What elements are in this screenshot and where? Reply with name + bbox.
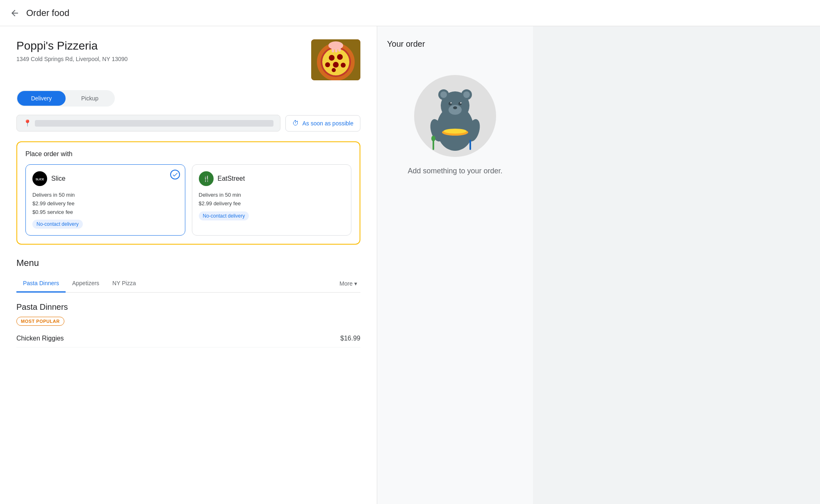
svg-rect-14 <box>338 44 341 52</box>
tab-appetizers[interactable]: Appetizers <box>66 275 106 293</box>
address-row: 📍 ⏱ As soon as possible <box>16 115 360 132</box>
place-order-title: Place order with <box>25 150 351 158</box>
restaurant-image <box>311 39 360 80</box>
address-field[interactable]: 📍 <box>16 115 280 132</box>
eatstreet-badge: No-contact delivery <box>199 211 249 220</box>
delivery-pickup-tabs: Delivery Pickup <box>16 90 115 107</box>
address-blur-text <box>35 120 273 127</box>
slice-name: Slice <box>51 175 66 182</box>
time-field[interactable]: ⏱ As soon as possible <box>285 115 360 132</box>
svg-rect-37 <box>469 140 471 150</box>
eatstreet-details: Delivers in 50 min $2.99 delivery fee <box>199 191 345 208</box>
pickup-tab[interactable]: Pickup <box>66 91 114 106</box>
svg-point-24 <box>463 91 470 98</box>
provider-cards: SLICE Slice Delivers in 50 min $2.99 del… <box>25 164 351 236</box>
svg-point-22 <box>440 91 447 98</box>
clock-icon: ⏱ <box>292 120 299 127</box>
bear-illustration <box>414 75 496 157</box>
top-bar: Order food <box>0 0 820 26</box>
svg-text:SLICE: SLICE <box>36 178 44 181</box>
empty-order: Add something to your order. <box>387 59 523 192</box>
restaurant-header: Poppi's Pizzeria 1349 Cold Springs Rd, L… <box>16 39 360 80</box>
menu-title: Menu <box>16 258 360 268</box>
svg-point-9 <box>332 68 336 72</box>
svg-point-28 <box>451 102 452 104</box>
your-order-title: Your order <box>387 39 523 49</box>
eatstreet-name: EatStreet <box>218 175 245 182</box>
slice-header: SLICE Slice <box>32 171 178 186</box>
svg-point-7 <box>325 62 330 67</box>
svg-point-30 <box>453 107 457 109</box>
restaurant-name: Poppi's Pizzeria <box>16 39 128 52</box>
slice-badge: No-contact delivery <box>32 220 83 229</box>
back-button[interactable] <box>10 8 20 18</box>
empty-order-text: Add something to your order. <box>408 167 502 175</box>
eatstreet-header: 🍴 EatStreet <box>199 171 345 186</box>
page-title: Order food <box>26 8 69 18</box>
slice-logo: SLICE <box>32 171 47 186</box>
tab-pasta-dinners[interactable]: Pasta Dinners <box>16 275 66 293</box>
right-panel: Your order <box>377 26 533 504</box>
category-title: Pasta Dinners <box>16 302 360 312</box>
svg-rect-13 <box>335 43 337 52</box>
svg-point-29 <box>460 102 462 104</box>
svg-point-4 <box>329 55 335 61</box>
delivery-tab[interactable]: Delivery <box>17 91 66 106</box>
popular-badge: MOST POPULAR <box>16 317 64 326</box>
slice-provider-card[interactable]: SLICE Slice Delivers in 50 min $2.99 del… <box>25 164 185 236</box>
svg-point-6 <box>333 62 339 68</box>
location-icon: 📍 <box>23 119 32 127</box>
svg-point-8 <box>341 63 346 68</box>
eatstreet-logo: 🍴 <box>199 171 214 186</box>
tab-ny-pizza[interactable]: NY Pizza <box>106 275 142 293</box>
item-price: $16.99 <box>340 335 360 342</box>
svg-point-5 <box>337 54 343 60</box>
menu-tabs: Pasta Dinners Appetizers NY Pizza More ▾ <box>16 275 360 293</box>
svg-text:🍴: 🍴 <box>203 175 210 182</box>
restaurant-info: Poppi's Pizzeria 1349 Cold Springs Rd, L… <box>16 39 128 62</box>
place-order-section: Place order with SLICE <box>16 141 360 245</box>
item-name: Chicken Riggies <box>16 335 64 342</box>
svg-rect-12 <box>332 44 334 52</box>
menu-item[interactable]: Chicken Riggies $16.99 <box>16 330 360 347</box>
svg-point-36 <box>431 136 435 141</box>
eatstreet-provider-card[interactable]: 🍴 EatStreet Delivers in 50 min $2.99 del… <box>192 164 352 236</box>
left-panel: Poppi's Pizzeria 1349 Cold Springs Rd, L… <box>0 26 377 504</box>
chevron-down-icon: ▾ <box>354 280 357 287</box>
slice-details: Delivers in 50 min $2.99 delivery fee $0… <box>32 191 178 216</box>
main-layout: Poppi's Pizzeria 1349 Cold Springs Rd, L… <box>0 26 820 504</box>
more-button[interactable]: More ▾ <box>336 275 360 292</box>
restaurant-address: 1349 Cold Springs Rd, Liverpool, NY 1309… <box>16 56 128 62</box>
menu-section: Menu Pasta Dinners Appetizers NY Pizza M… <box>16 258 360 347</box>
time-label: As soon as possible <box>302 120 353 127</box>
selected-check-icon <box>170 170 180 179</box>
svg-point-34 <box>444 129 467 134</box>
